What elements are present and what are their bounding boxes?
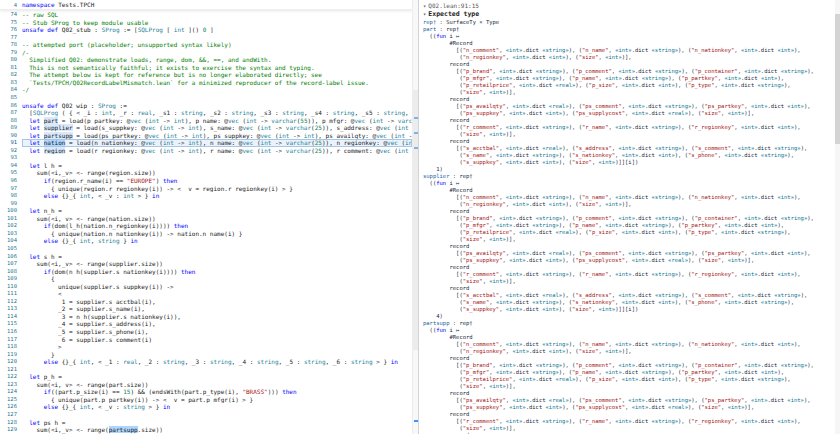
infoview-line[interactable]: record	[423, 264, 840, 271]
line-number[interactable]: 120	[0, 358, 22, 366]
infoview-line[interactable]: 1)	[423, 166, 840, 173]
line-number[interactable]: 102	[0, 222, 22, 230]
infoview-line[interactable]: ("p_mfgr", «int».dict «string»), ("p_nam…	[423, 369, 840, 376]
line-number[interactable]: 80	[0, 56, 22, 64]
line-number[interactable]: 81	[0, 64, 22, 72]
infoview-line[interactable]: [("ps_availqty", «int».dict «real»), ("p…	[423, 103, 840, 110]
line-number[interactable]: 86	[0, 102, 22, 110]
line-number[interactable]: 96	[0, 177, 22, 185]
line-code[interactable]: }	[22, 351, 412, 359]
line-number[interactable]: 76	[0, 26, 22, 34]
line-code[interactable]: sum(<i,_v> <- range(partsupp.size))	[22, 426, 412, 434]
infoview-line[interactable]: record	[423, 390, 840, 397]
line-code[interactable]: if((part.p_size(i) == 15) && (endsWith(p…	[22, 388, 412, 396]
line-number[interactable]: 122	[0, 373, 22, 381]
line-number[interactable]: 74	[0, 11, 22, 19]
line-number[interactable]: 104	[0, 237, 22, 245]
infoview-line[interactable]: [("p_brand", «int».dict «string»), ("p_c…	[423, 362, 840, 369]
line-number[interactable]: 92	[0, 147, 22, 155]
line-number[interactable]: 114	[0, 313, 22, 321]
infoview-line[interactable]: ("ps_suppkey", «int».dict «int»), ("ps_s…	[423, 110, 840, 117]
editor-pane[interactable]: 4 namespace Tests.TPCH 74-- raw SQL75-- …	[0, 0, 412, 434]
infoview-line[interactable]: ((fun i ↦	[423, 180, 840, 187]
line-code[interactable]: `Tests/TPCH/Q02RecordLabelMismatch.lean`…	[22, 79, 412, 87]
line-code[interactable]: if(region.r_name(i) == "EUROPE") then	[22, 177, 412, 185]
infoview-line[interactable]: [("n_comment", «int».dict «string»), ("n…	[423, 194, 840, 201]
line-number[interactable]: 111	[0, 290, 22, 298]
infoview-line[interactable]: ("s_name", «int».dict «string»), ("s_nat…	[423, 152, 840, 159]
line-code[interactable]: else {}_{ int, < _1 : real, _2 : string,…	[22, 358, 412, 366]
line-code[interactable]: -- raw SQL	[22, 11, 412, 19]
scrollbar-thumb[interactable]	[835, 14, 840, 144]
line-number[interactable]: 75	[0, 19, 22, 27]
infoview-line[interactable]: record	[423, 208, 840, 215]
infoview-line[interactable]: record	[423, 411, 840, 418]
line-number[interactable]: 100	[0, 207, 22, 215]
infoview-line[interactable]: ("n_regionkey", «int».dict «int»), ("siz…	[423, 54, 840, 61]
line-number[interactable]: 87	[0, 109, 22, 117]
line-number[interactable]: 108	[0, 268, 22, 276]
line-number[interactable]: 89	[0, 124, 22, 132]
line-code[interactable]: let region = load(r_regionkey: @vec (int…	[22, 147, 412, 155]
line-number[interactable]: 118	[0, 343, 22, 351]
line-code[interactable]: let s_h =	[22, 253, 412, 261]
expected-type-header[interactable]: ▾ Expected type	[423, 10, 840, 19]
infoview-line[interactable]: ("size", «int»)],	[423, 131, 840, 138]
line-code[interactable]	[22, 34, 412, 42]
line-code[interactable]: [SQLProg ( { < _i : int, _r : real, _s1 …	[22, 109, 412, 117]
infoview-line[interactable]: record	[423, 285, 840, 292]
line-number[interactable]: 99	[0, 200, 22, 208]
line-number[interactable]: 109	[0, 275, 22, 283]
infoview-line[interactable]: record	[423, 117, 840, 124]
infoview-line[interactable]: rep† : SurfaceTy × Type	[423, 19, 840, 26]
line-code[interactable]: let part = load(p_partkey: @vec (int -> …	[22, 117, 412, 125]
line-number[interactable]: 116	[0, 328, 22, 336]
line-code[interactable]: _3 = n_h(supplier.s_nationkey(i)),	[22, 313, 412, 321]
line-code[interactable]: _5 = supplier.s_phone(i),	[22, 328, 412, 336]
line-number[interactable]: 110	[0, 283, 22, 291]
line-code[interactable]: unsafe def Q02_wip : SProg :=	[22, 102, 412, 110]
infoview-line[interactable]: ("ps_suppkey", «int».dict «int»), ("ps_s…	[423, 257, 840, 264]
line-number[interactable]: 82	[0, 71, 22, 79]
line-code[interactable]: { unique(part.p_partkey(i)) -> < _v = pa…	[22, 396, 412, 404]
infoview-line[interactable]: ("n_regionkey", «int».dict «int»), ("siz…	[423, 348, 840, 355]
line-code[interactable]: -- attempted port (placeholder; unsuppor…	[22, 41, 412, 49]
infoview-line[interactable]: [("s_acctbal", «int».dict «real»), ("s_a…	[423, 292, 840, 299]
infoview-line[interactable]: ("size", «int»)],	[423, 425, 840, 432]
infoview-line[interactable]: ("size", «int»)],	[423, 236, 840, 243]
line-number[interactable]: 123	[0, 381, 22, 389]
line-number[interactable]: 84	[0, 86, 22, 94]
sticky-scroll-header[interactable]: 4 namespace Tests.TPCH	[0, 0, 412, 10]
line-number[interactable]: 95	[0, 169, 22, 177]
infoview-line[interactable]: partsupp : rep†	[423, 320, 840, 327]
infoview-line[interactable]: ("s_suppkey", «int».dict «int»), ("size"…	[423, 306, 840, 313]
infoview-line[interactable]: ("size", «int»)],	[423, 383, 840, 390]
line-number[interactable]: 90	[0, 132, 22, 140]
infoview-line[interactable]: record	[423, 96, 840, 103]
line-number[interactable]: 115	[0, 320, 22, 328]
infoview-line[interactable]: ("s_suppkey", «int».dict «int»), ("size"…	[423, 159, 840, 166]
line-number[interactable]: 106	[0, 253, 22, 261]
chevron-down-icon[interactable]: ▾	[423, 2, 426, 10]
infoview-line[interactable]: ("p_mfgr", «int».dict «string»), ("p_nam…	[423, 75, 840, 82]
line-code[interactable]: let partsupp = load(ps_partkey: @vec (in…	[22, 132, 412, 140]
infoview-line[interactable]: ((fun i ↦	[423, 33, 840, 40]
line-code[interactable]: sum(<i,_v> <- range(part.size))	[22, 381, 412, 389]
infoview-file-header[interactable]: ▾ Q02.lean:91:15	[423, 2, 840, 10]
line-code[interactable]: unique(supplier.s_suppkey(i)) ->	[22, 283, 412, 291]
line-number[interactable]: 112	[0, 298, 22, 306]
line-code[interactable]: _1 = supplier.s_acctbal(i),	[22, 298, 412, 306]
line-number[interactable]: 101	[0, 215, 22, 223]
infoview-line[interactable]: record	[423, 243, 840, 250]
infoview-line[interactable]: 4)	[423, 313, 840, 320]
infoview-line[interactable]: [("r_comment", «int».dict «string»), ("r…	[423, 124, 840, 131]
infoview-line[interactable]: ("p_retailprice", «int».dict «real»), ("…	[423, 82, 840, 89]
line-number[interactable]: 88	[0, 117, 22, 125]
line-number[interactable]: 127	[0, 411, 22, 419]
line-code[interactable]	[22, 411, 412, 419]
line-code[interactable]: { unique(nation.n_nationkey(i)) -> natio…	[22, 230, 412, 238]
line-code[interactable]: This is not semantically faithful; it ex…	[22, 64, 412, 72]
line-code[interactable]: let nation = load(n_nationkey: @vec (int…	[22, 139, 412, 147]
infoview-line[interactable]: ("n_regionkey", «int».dict «int»), ("siz…	[423, 201, 840, 208]
infoview-line[interactable]: [("p_brand", «int».dict «string»), ("p_c…	[423, 68, 840, 75]
